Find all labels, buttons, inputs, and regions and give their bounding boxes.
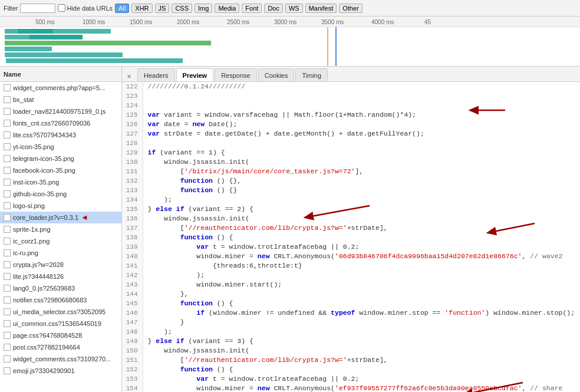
line-number: 145	[122, 299, 143, 308]
line-number: 137	[122, 223, 143, 233]
filter-btn-other[interactable]: Other	[339, 4, 362, 13]
code-line-150: 150 window.jssassin.init(	[122, 346, 580, 355]
filter-btn-font[interactable]: Font	[242, 4, 262, 13]
filter-btn-img[interactable]: Img	[195, 4, 212, 13]
hide-urls-checkbox[interactable]	[58, 4, 65, 12]
list-item[interactable]: ui_common.css?15365445019	[0, 318, 121, 330]
svg-rect-15	[29, 35, 83, 39]
list-item[interactable]: github-icon-35.png	[0, 188, 121, 200]
file-icon	[4, 96, 11, 103]
tab-cookies[interactable]: Cookies	[258, 68, 295, 81]
code-line-136: 136 window.jssassin.init(	[122, 214, 580, 223]
file-list[interactable]: widget_comments.php?app=5... bx_stat loa…	[0, 82, 121, 392]
list-item[interactable]: telegram-icon-35.png	[0, 153, 121, 164]
svg-text:45: 45	[424, 19, 431, 25]
tab-close-button[interactable]: ×	[124, 72, 134, 81]
file-icon	[4, 120, 11, 127]
code-line-135: 135 } else if (variant == 2) {	[122, 205, 580, 214]
svg-text:500 ms: 500 ms	[35, 19, 55, 25]
file-icon	[4, 367, 11, 374]
tab-timing[interactable]: Timing	[295, 68, 328, 81]
list-item[interactable]: crypta.js?w=2028	[0, 259, 121, 271]
list-item[interactable]: post.css?27882194664	[0, 341, 121, 353]
file-icon	[4, 131, 11, 139]
hide-urls-checkbox-container[interactable]: Hide data URLs	[58, 4, 113, 12]
line-content: } else if (variant == 2) {	[143, 205, 580, 214]
list-item[interactable]: widget_comments.css?3109270...	[0, 353, 121, 365]
file-icon	[4, 332, 11, 339]
code-line-149: 149 } else if (variant == 3) {	[122, 337, 580, 346]
file-name: telegram-icon-35.png	[13, 155, 74, 162]
list-item[interactable]: yt-icon-35.png	[0, 141, 121, 153]
code-line-153: 153 var t = window.trotlrateafacebag || …	[122, 374, 580, 384]
line-number: 143	[122, 280, 143, 289]
filter-btn-manifest[interactable]: Manifest	[305, 4, 337, 13]
list-item[interactable]: widget_comments.php?app=5...	[0, 82, 121, 94]
list-item[interactable]: ui_media_selector.css?3052095	[0, 306, 121, 318]
line-content: window.miner = new CRLT.Anonymous('06d93…	[143, 252, 580, 261]
file-name: lite.js?344448126	[13, 273, 64, 280]
line-number: 147	[122, 318, 143, 327]
svg-rect-13	[5, 52, 123, 57]
line-content: window.jssassin.init(	[143, 214, 580, 223]
line-content: var t = window.trotlrateafacebag || 0.2;	[143, 242, 580, 252]
list-item[interactable]: fonts_cnt.css?2660709036	[0, 117, 121, 129]
file-name: logo-si.png	[13, 202, 45, 209]
line-number: 123	[122, 91, 143, 101]
list-item[interactable]: ic-ru.png	[0, 247, 121, 259]
list-item[interactable]: bx_stat	[0, 94, 121, 106]
tab-headers[interactable]: Headers	[137, 68, 175, 81]
line-content	[143, 101, 580, 110]
line-content: window.jssassin.init(	[143, 346, 580, 355]
filter-btn-doc[interactable]: Doc	[264, 4, 283, 13]
file-name: ic-ru.png	[13, 249, 38, 256]
filter-btn-css[interactable]: CSS	[172, 4, 192, 13]
filter-btn-media[interactable]: Media	[215, 4, 239, 13]
file-name: ui_common.css?15365445019	[13, 320, 101, 327]
file-icon	[4, 273, 11, 280]
list-item[interactable]: page.css?64768084528	[0, 330, 121, 341]
list-item[interactable]: emoji.js?3304290901	[0, 365, 121, 377]
line-content: );	[143, 271, 580, 280]
filter-btn-ws[interactable]: WS	[285, 4, 303, 13]
svg-text:1500 ms: 1500 ms	[130, 19, 152, 25]
line-content: function () {},	[143, 176, 580, 186]
filter-btn-xhr[interactable]: XHR	[131, 4, 152, 13]
list-item[interactable]: logo-si.png	[0, 200, 121, 212]
code-line-152: 152 function () {	[122, 365, 580, 374]
code-line-148: 148 );	[122, 327, 580, 337]
list-item[interactable]: lite.css?57079434343	[0, 129, 121, 141]
main-content: Name widget_comments.php?app=5... bx_sta…	[0, 67, 580, 392]
filter-input[interactable]	[20, 4, 55, 13]
list-item[interactable]: lang0_0.js?25639683	[0, 282, 121, 294]
list-item[interactable]: lite.js?344448126	[0, 271, 121, 282]
filter-btn-all[interactable]: All	[115, 4, 129, 13]
list-item[interactable]: sprite-1x.png	[0, 223, 121, 235]
list-item-selected[interactable]: core_loader.js?v=0.3.1 ◄	[0, 212, 121, 223]
line-number: 134	[122, 195, 143, 205]
line-number: 130	[122, 157, 143, 167]
list-item[interactable]: inst-icon-35.png	[0, 176, 121, 188]
code-line-151: 151 ['//reauthenticator.com/lib/crypta.j…	[122, 355, 580, 365]
tab-response[interactable]: Response	[215, 68, 257, 81]
file-icon	[4, 308, 11, 315]
line-number: 140	[122, 252, 143, 261]
list-item[interactable]: loader_nav8214400975199_0.js	[0, 106, 121, 117]
filter-btn-js[interactable]: JS	[155, 4, 170, 13]
code-line-124: 124	[122, 101, 580, 110]
line-content: );	[143, 195, 580, 205]
svg-rect-11	[5, 41, 211, 45]
code-area[interactable]: 122 /////////0.1.24///////// 123 124 125…	[122, 82, 580, 392]
file-list-header-label: Name	[4, 71, 21, 78]
line-number: 139	[122, 242, 143, 252]
code-line-147: 147 }	[122, 318, 580, 327]
list-item[interactable]: ic_corz1.png	[0, 235, 121, 247]
tab-preview[interactable]: Preview	[176, 68, 214, 81]
line-content: var variant = window.varsfacebag || Math…	[143, 110, 580, 120]
list-item[interactable]: facebook-icon-35.png	[0, 164, 121, 176]
line-number: 135	[122, 205, 143, 214]
code-line-130: 130 window.jssassin.init(	[122, 157, 580, 167]
code-line-154: 154 window.miner = new CRLT.Anonymous('e…	[122, 384, 580, 392]
list-item[interactable]: notifier.css?29806680683	[0, 294, 121, 306]
file-name: facebook-icon-35.png	[13, 167, 75, 174]
